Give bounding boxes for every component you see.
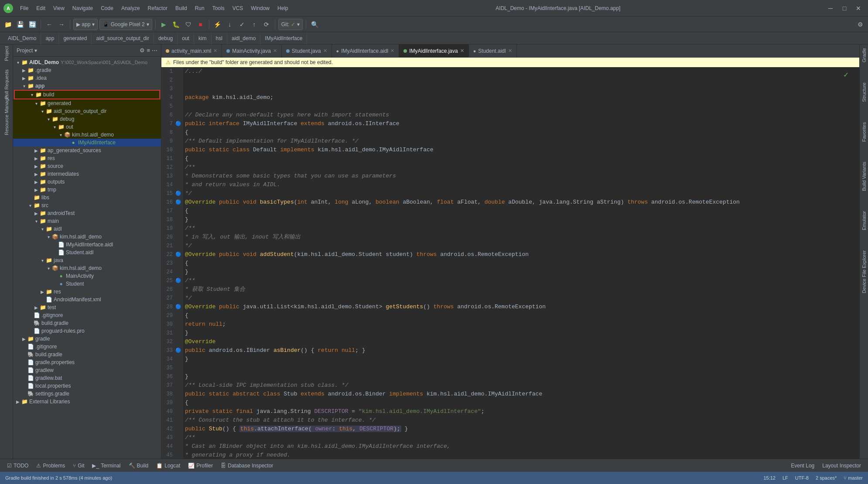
breadcrumb-interface[interactable]: IMyAidlInterface [260,32,307,44]
menu-code[interactable]: Code [97,3,117,13]
menu-run[interactable]: Run [191,3,208,13]
tree-imyaidlinterface-java[interactable]: ● IMyAidlInterface [13,139,161,147]
tree-mainactivity[interactable]: ● MainActivity [13,272,161,280]
device-dropdown[interactable]: 📱 Google Pixel 2 ▾ [99,19,152,30]
forward-button[interactable]: → [56,19,67,30]
tab-close-student-java[interactable]: ✕ [323,48,327,54]
tab-student-java[interactable]: Student.java ✕ [282,44,332,58]
bottom-tab-layout-inspector[interactable]: Layout Inspector [819,460,865,471]
emulator-toggle[interactable]: Emulator [860,208,868,234]
tree-gradlew[interactable]: 📄 gradlew [13,366,161,374]
menu-refactor[interactable]: Refactor [144,3,171,13]
tree-test[interactable]: ▶ 📁 test [13,303,161,311]
tree-aidl-demo-root[interactable]: ▾ 📁 AIDL_Demo Y:\002_WorkSpace\001_AS\AI… [13,58,161,66]
breadcrumb-project[interactable]: AIDL_Demo [3,32,41,44]
tree-external-libraries[interactable]: ▶ 📁 External Libraries [13,398,161,406]
breadcrumb-aidl-source[interactable]: aidl_source_output_dir [92,32,154,44]
save-button[interactable]: 💾 [15,19,25,30]
structure-panel-toggle[interactable]: Structure [860,79,868,106]
tree-out[interactable]: ▾ 📁 out [13,123,161,131]
minimize-button[interactable]: ─ [824,3,837,14]
vcs-update-button[interactable]: ↓ [225,19,235,30]
bottom-tab-build[interactable]: 🔨 Build [125,460,152,471]
tab-close-mainactivity[interactable]: ✕ [273,48,277,54]
tree-generated[interactable]: ▾ 📁 generated [13,99,161,107]
tree-libs[interactable]: 📁 libs [13,194,161,201]
bottom-tab-todo[interactable]: ☑ TODO [3,460,32,471]
vcs-push-button[interactable]: ↑ [249,19,260,30]
tree-gradlew-bat[interactable]: 📄 gradlew.bat [13,374,161,382]
tree-aidl-source-output[interactable]: ▾ 📁 aidl_source_output_dir [13,107,161,115]
tree-gitignore-app[interactable]: 📄 .gitignore [13,311,161,319]
tree-student-aidl[interactable]: 📄 Student.aidl [13,249,161,256]
menu-analyze[interactable]: Analyze [118,3,144,13]
tree-androidtest[interactable]: ▶ 📁 androidTest [13,209,161,217]
tree-gradle-dir[interactable]: ▶ 📁 gradle [13,335,161,343]
maximize-button[interactable]: □ [838,3,851,14]
settings-button[interactable]: ⚙ [855,19,865,30]
stop-button[interactable]: ■ [195,19,206,30]
bottom-tab-terminal[interactable]: ▶_ Terminal [89,460,124,471]
pull-requests-toggle[interactable]: Pull Requests [1,78,12,90]
project-gear-icon[interactable]: ⚙ [140,47,145,54]
breadcrumb-kim[interactable]: kim [194,32,212,44]
tree-debug[interactable]: ▾ 📁 debug [13,115,161,123]
tree-build-gradle-app[interactable]: 🐘 build.gradle [13,319,161,327]
bottom-tab-logcat[interactable]: 📋 Logcat [153,460,184,471]
gradle-panel-toggle[interactable]: Gradle [860,44,868,66]
tree-app[interactable]: ▾ 📁 app [13,82,161,90]
app-dropdown[interactable]: ▶ app ▾ [73,19,98,30]
status-indent[interactable]: 2 spaces* [816,475,837,481]
search-everywhere-button[interactable]: 🔍 [309,19,320,30]
tree-java-package[interactable]: ▾ 📦 kim.hsl.aidl_demo [13,264,161,272]
tree-aidl-package[interactable]: ▾ 📦 kim.hsl.aidl_demo [13,233,161,241]
breadcrumb-app[interactable]: app [41,32,59,44]
tree-student[interactable]: ● Student [13,280,161,288]
menu-help[interactable]: Help [274,3,292,13]
status-position[interactable]: 15:12 [763,475,776,481]
tree-tmp[interactable]: ▶ 📁 tmp [13,186,161,194]
menu-build[interactable]: Build [172,3,191,13]
tab-student-aidl[interactable]: ● Student.aidl ✕ [469,44,517,58]
tree-outputs[interactable]: ▶ 📁 outputs [13,178,161,186]
back-button[interactable]: ← [44,19,55,30]
run-with-coverage-button[interactable]: 🛡 [183,19,194,30]
tree-imyaidlinterface-aidl[interactable]: 📄 IMyAidlInterface.aidl [13,241,161,249]
close-button[interactable]: ✕ [852,3,865,14]
status-branch[interactable]: ⑂ master [844,475,863,481]
breadcrumb-debug[interactable]: debug [154,32,178,44]
menu-tools[interactable]: Tools [209,3,228,13]
git-dropdown[interactable]: Git: ✓ ▾ [278,19,303,30]
sync-project-button[interactable]: ⚡ [212,19,223,30]
tab-activity-main-xml[interactable]: activity_main.xml ✕ [161,44,222,58]
breadcrumb-aidl-demo[interactable]: aidl_demo [227,32,260,44]
status-message[interactable]: Gradle build finished in 2 s 578ms (4 mi… [5,475,112,481]
device-file-explorer-toggle[interactable]: Device File Explorer [860,247,868,297]
project-collapse-icon[interactable]: ≡ [147,47,150,54]
tab-mainactivity-java[interactable]: MainActivity.java ✕ [222,44,281,58]
project-settings-icon[interactable]: ⋯ [152,47,157,54]
menu-file[interactable]: File [17,3,32,13]
tree-res-src[interactable]: ▶ 📁 res [13,288,161,296]
tree-package[interactable]: ▾ 📦 kim.hsl.aidl_demo [13,131,161,139]
menu-navigate[interactable]: Navigate [69,3,96,13]
tree-main[interactable]: ▾ 📁 main [13,217,161,225]
tree-gradle-properties[interactable]: 📄 gradle.properties [13,358,161,366]
menu-window[interactable]: Window [247,3,273,13]
tree-build[interactable]: ▾ 📁 build [14,90,160,99]
tree-local-properties[interactable]: 📄 local.properties [13,382,161,390]
debug-button[interactable]: 🐛 [171,19,181,30]
tab-imyaidlinterface-aidl[interactable]: ● IMyAidlInterface.aidl ✕ [332,44,400,58]
menu-view[interactable]: View [50,3,68,13]
tree-proguard[interactable]: 📄 proguard-rules.pro [13,327,161,335]
bottom-tab-problems[interactable]: ⚠ Problems [33,460,68,471]
tree-intermediates[interactable]: ▶ 📁 intermediates [13,170,161,178]
tree-gitignore-root[interactable]: 📄 .gitignore [13,343,161,351]
vcs-commit-button[interactable]: ✓ [237,19,247,30]
build-variants-toggle[interactable]: Build Variants [860,158,868,194]
bottom-tab-git[interactable]: ⑂ Git [69,460,88,471]
bottom-tab-database-inspector[interactable]: 🗄 Database Inspector [217,460,277,471]
tree-java[interactable]: ▾ 📁 java [13,256,161,264]
tree-source[interactable]: ▶ 📁 source [13,162,161,170]
tree-manifest[interactable]: 📄 AndroidManifest.xml [13,296,161,303]
